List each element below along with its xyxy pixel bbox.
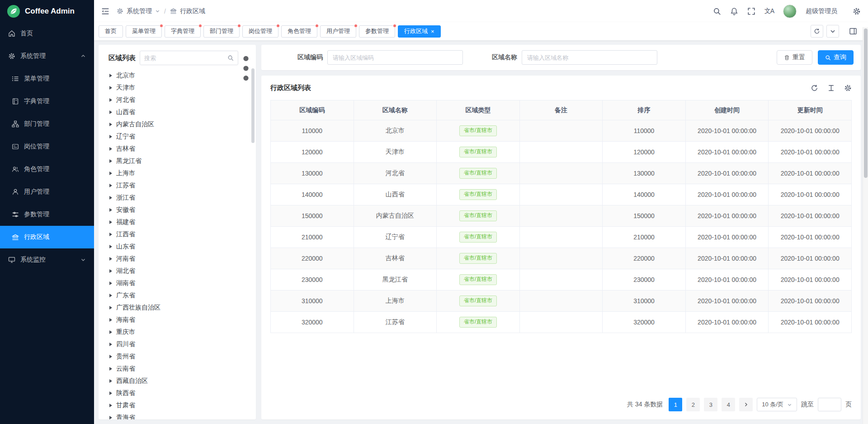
caret-right-icon[interactable] — [109, 74, 112, 77]
close-icon[interactable]: × — [431, 29, 434, 34]
collapse-sidebar-icon[interactable] — [101, 7, 109, 15]
sidebar-item-param-mgmt[interactable]: 参数管理 — [0, 203, 94, 226]
tree-item[interactable]: 黑龙江省 — [105, 155, 250, 167]
tree-item[interactable]: 西藏自治区 — [105, 375, 250, 387]
column-header[interactable]: 创建时间 — [685, 100, 769, 120]
tree-item[interactable]: 广东省 — [105, 289, 250, 301]
tab-region[interactable]: 行政区域 × — [398, 25, 441, 38]
caret-right-icon[interactable] — [109, 208, 112, 212]
region-name-input[interactable] — [522, 50, 657, 65]
tab-user-mgmt[interactable]: 用户管理 — [320, 25, 356, 38]
refresh-tabs-button[interactable] — [811, 25, 823, 38]
sidebar-item-role-mgmt[interactable]: 角色管理 — [0, 158, 94, 181]
tab-dept-mgmt[interactable]: 部门管理 — [203, 25, 240, 38]
translate-icon[interactable]: 文A — [764, 7, 774, 15]
sidebar-item-post-mgmt[interactable]: 岗位管理 — [0, 135, 94, 158]
search-button[interactable]: 查询 — [818, 50, 854, 65]
caret-right-icon[interactable] — [109, 306, 112, 310]
bell-icon[interactable] — [730, 7, 738, 15]
caret-right-icon[interactable] — [109, 330, 112, 334]
column-header[interactable]: 区域类型 — [437, 100, 520, 120]
caret-right-icon[interactable] — [109, 343, 112, 346]
tree-item[interactable]: 江西省 — [105, 228, 250, 240]
avatar[interactable] — [783, 5, 797, 18]
sidebar-group-monitor[interactable]: 系统监控 — [0, 248, 94, 271]
tree-item[interactable]: 上海市 — [105, 167, 250, 179]
tree-item[interactable]: 福建省 — [105, 216, 250, 228]
tree-item[interactable]: 江苏省 — [105, 179, 250, 191]
tree-item[interactable]: 湖南省 — [105, 277, 250, 289]
tree-item[interactable]: 湖北省 — [105, 265, 250, 277]
user-name[interactable]: 超级管理员 — [806, 7, 837, 15]
caret-right-icon[interactable] — [109, 233, 112, 236]
tab-dict-mgmt[interactable]: 字典管理 — [165, 25, 201, 38]
refresh-icon[interactable] — [811, 84, 818, 92]
sidebar-item-home[interactable]: 首页 — [0, 22, 94, 45]
tree-item[interactable]: 甘肃省 — [105, 399, 250, 411]
tab-menu-mgmt[interactable]: 菜单管理 — [126, 25, 162, 38]
caret-right-icon[interactable] — [109, 367, 112, 371]
caret-right-icon[interactable] — [109, 257, 112, 261]
next-page-button[interactable] — [739, 398, 753, 411]
page-size-select[interactable]: 10 条/页 — [757, 398, 797, 411]
table-row[interactable]: 210000 辽宁省 省市/直辖市 210000 2020-10-01 00:0… — [271, 227, 852, 248]
column-header[interactable]: 区域名称 — [354, 100, 437, 120]
table-row[interactable]: 320000 江苏省 省市/直辖市 320000 2020-10-01 00:0… — [271, 312, 852, 333]
scrollbar-thumb[interactable] — [864, 29, 868, 178]
column-header[interactable]: 排序 — [603, 100, 686, 120]
tree-item[interactable]: 云南省 — [105, 362, 250, 375]
density-icon[interactable] — [827, 84, 835, 92]
column-header[interactable]: 备注 — [519, 100, 603, 120]
fullscreen-icon[interactable] — [747, 7, 755, 15]
sidebar-item-user-mgmt[interactable]: 用户管理 — [0, 181, 94, 203]
table-row[interactable]: 230000 黑龙江省 省市/直辖市 230000 2020-10-01 00:… — [271, 269, 852, 291]
settings-gear-icon[interactable] — [853, 7, 861, 15]
page-button-1[interactable]: 1 — [669, 398, 682, 411]
tree-item[interactable]: 广西壮族自治区 — [105, 301, 250, 314]
tree-item[interactable]: 内蒙古自治区 — [105, 118, 250, 130]
sidebar-item-dept-mgmt[interactable]: 部门管理 — [0, 113, 94, 135]
caret-right-icon[interactable] — [109, 147, 112, 151]
table-row[interactable]: 150000 内蒙古自治区 省市/直辖市 150000 2020-10-01 0… — [271, 205, 852, 227]
search-icon[interactable] — [227, 55, 234, 61]
caret-right-icon[interactable] — [109, 245, 112, 248]
tree-item[interactable]: 吉林省 — [105, 143, 250, 155]
tree-item[interactable]: 贵州省 — [105, 350, 250, 362]
sidebar-item-dict-mgmt[interactable]: 字典管理 — [0, 90, 94, 113]
tab-role-mgmt[interactable]: 角色管理 — [281, 25, 317, 38]
sidebar-group-system[interactable]: 系统管理 — [0, 45, 94, 67]
table-row[interactable]: 310000 上海市 省市/直辖市 310000 2020-10-01 00:0… — [271, 291, 852, 312]
sidebar-item-menu-mgmt[interactable]: 菜单管理 — [0, 67, 94, 90]
column-settings-icon[interactable] — [844, 84, 852, 92]
column-header[interactable]: 区域编码 — [271, 100, 354, 120]
table-row[interactable]: 110000 北京市 省市/直辖市 110000 2020-10-01 00:0… — [271, 120, 852, 142]
tree-item[interactable]: 安徽省 — [105, 204, 250, 216]
tree-item[interactable]: 海南省 — [105, 314, 250, 326]
tree-item[interactable]: 陕西省 — [105, 387, 250, 399]
tab-post-mgmt[interactable]: 岗位管理 — [242, 25, 278, 38]
caret-right-icon[interactable] — [109, 281, 112, 285]
caret-right-icon[interactable] — [109, 294, 112, 297]
tree-item[interactable]: 四川省 — [105, 338, 250, 350]
tree-item[interactable]: 山东省 — [105, 240, 250, 252]
caret-right-icon[interactable] — [109, 196, 112, 200]
tree-search-input[interactable] — [144, 55, 227, 62]
tree-item[interactable]: 北京市 — [105, 69, 250, 81]
caret-right-icon[interactable] — [109, 318, 112, 322]
column-header[interactable]: 更新时间 — [769, 100, 852, 120]
tab-actions-dropdown[interactable] — [826, 25, 839, 38]
region-code-input[interactable] — [327, 50, 463, 65]
breadcrumb-group[interactable]: 系统管理 — [127, 7, 152, 15]
sidebar-item-region[interactable]: 行政区域 — [0, 226, 94, 248]
tab-param-mgmt[interactable]: 参数管理 — [359, 25, 395, 38]
page-scrollbar[interactable] — [863, 27, 868, 424]
caret-right-icon[interactable] — [109, 355, 112, 358]
tree-item[interactable]: 辽宁省 — [105, 130, 250, 143]
tree-item[interactable]: 青海省 — [105, 411, 250, 419]
page-button-4[interactable]: 4 — [722, 398, 735, 411]
caret-right-icon[interactable] — [109, 135, 112, 138]
tree-item[interactable]: 河南省 — [105, 252, 250, 265]
table-row[interactable]: 220000 吉林省 省市/直辖市 220000 2020-10-01 00:0… — [271, 248, 852, 269]
tree-item[interactable]: 浙江省 — [105, 191, 250, 204]
app-logo[interactable]: Coffee Admin — [0, 0, 94, 22]
